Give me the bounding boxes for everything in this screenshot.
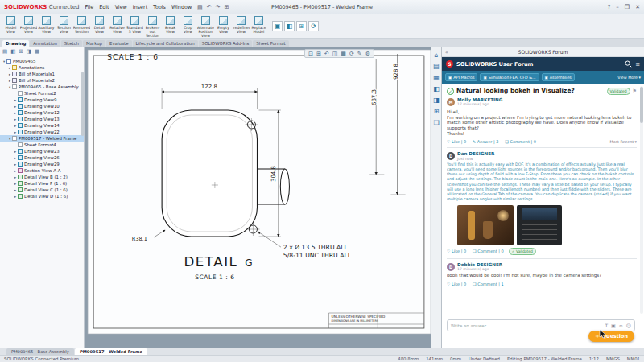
ribbon-extra-icon-3[interactable]: ⊞ bbox=[296, 21, 307, 31]
ribbon-button-broken-out-section[interactable]: Broken-out Section bbox=[144, 15, 161, 37]
tree-item-detail-view-d-1-6[interactable]: ▸Detail View D (1 : 6) bbox=[0, 193, 84, 200]
propertymanager-icon[interactable]: ◧ bbox=[10, 48, 15, 55]
minimize-icon[interactable]: – bbox=[616, 4, 619, 10]
help-icon[interactable]: ? bbox=[608, 4, 611, 10]
restore-icon[interactable]: ❐ bbox=[625, 4, 630, 10]
comment-button[interactable]: ❏ Comment | 1 bbox=[473, 282, 504, 286]
forum-icon[interactable]: ❏ bbox=[433, 119, 439, 126]
menu-view[interactable]: View bbox=[115, 4, 127, 10]
attachment-render-image[interactable] bbox=[457, 205, 514, 245]
dim-height-label[interactable]: 304.8 bbox=[270, 166, 277, 182]
comment-button[interactable]: ❏ Comment | 0 bbox=[505, 139, 536, 144]
tree-item-pm009465-base-assembly[interactable]: ▾PM009465 - Base Assembly bbox=[0, 84, 84, 90]
ribbon-button-section-view[interactable]: Section View bbox=[56, 15, 72, 37]
tree-item-sheet-format4[interactable]: Sheet Format4 bbox=[0, 142, 84, 148]
options-icon[interactable]: ⚙ bbox=[365, 51, 370, 57]
ribbon-button-alternate-position-view[interactable]: Alternate Position View bbox=[197, 15, 214, 37]
forum-nav-assemblies[interactable]: ▣Assemblies bbox=[542, 73, 575, 81]
detail-label[interactable]: DETAIL bbox=[184, 254, 237, 269]
tab-annotation[interactable]: Annotation bbox=[30, 40, 60, 47]
ribbon-button-break-view[interactable]: Break View bbox=[162, 15, 179, 37]
previous-view-icon[interactable]: ↶ bbox=[324, 51, 329, 57]
sheet-tab-pm009465-base-assembly[interactable]: PM009465 - Base Assembly bbox=[6, 348, 74, 355]
forum-nav-simulation-fea-cfd[interactable]: ▣Simulation FEA, CFD &... bbox=[480, 73, 539, 81]
tree-item-pm009517-welded-frame[interactable]: ▾PM009517 - Welded Frame bbox=[0, 135, 84, 142]
undo-icon[interactable]: ↶ bbox=[207, 4, 212, 10]
file-explorer-icon[interactable]: ▦ bbox=[433, 74, 440, 81]
tree-item-drawing-view13[interactable]: ▸Drawing View13 bbox=[0, 116, 84, 122]
answer-button[interactable]: ✎ Answer | 2 bbox=[473, 139, 498, 144]
menu-window[interactable]: Window bbox=[171, 4, 192, 10]
ribbon-extra-icon-2[interactable]: ◧ bbox=[284, 21, 295, 31]
options-icon[interactable]: ⊞ bbox=[224, 4, 229, 10]
appearances-icon[interactable]: ◨ bbox=[433, 97, 440, 104]
menu-edit[interactable]: Edit bbox=[99, 4, 109, 10]
dim-width-label[interactable]: 122.8 bbox=[201, 83, 217, 90]
sheet-tab-pm009517-welded-frame[interactable]: PM009517 - Welded Frame bbox=[75, 348, 147, 355]
save-icon[interactable]: ▤ bbox=[197, 4, 203, 10]
detail-letter[interactable]: G bbox=[245, 257, 252, 269]
image-icon[interactable]: ▣ bbox=[611, 323, 616, 328]
tree-item-drawing-view26[interactable]: ▸Drawing View26 bbox=[0, 154, 84, 161]
dim-mid-label[interactable]: 687.3 bbox=[370, 89, 378, 105]
view-palette-icon[interactable]: ◧ bbox=[433, 85, 440, 93]
emoji-icon[interactable]: ☺ bbox=[626, 323, 631, 328]
forum-nav-api-macros[interactable]: ▣API Macros bbox=[445, 73, 477, 81]
tree-item-drawing-view9[interactable]: ▸Drawing View9 bbox=[0, 97, 84, 103]
forum-scrollbar[interactable] bbox=[640, 86, 643, 314]
tab-solidworks-add-ins[interactable]: SOLIDWORKS Add-Ins bbox=[199, 40, 253, 47]
3dexperience-icon[interactable]: ⌂ bbox=[434, 51, 438, 59]
dim-overall-label[interactable]: 928.8 bbox=[391, 64, 398, 80]
redo-icon[interactable]: ↷ bbox=[216, 4, 221, 10]
configuration-icon[interactable]: ⊞ bbox=[19, 48, 23, 55]
design-library-icon[interactable]: ▤ bbox=[433, 63, 440, 70]
view-more-button[interactable]: View More ▾ bbox=[617, 76, 641, 80]
tree-item-drawing-view14[interactable]: ▸Drawing View14 bbox=[0, 122, 84, 129]
tree-item-drawing-view10[interactable]: ▸Drawing View10 bbox=[0, 103, 84, 109]
tree-item-drawing-view29[interactable]: ▸Drawing View29 bbox=[0, 161, 84, 167]
annotation-icon[interactable]: ✎ bbox=[357, 51, 362, 57]
hole-note-line2[interactable]: 5/8-11 UNC THRU ALL bbox=[283, 252, 352, 259]
tab-sketch[interactable]: Sketch bbox=[61, 40, 82, 47]
ribbon-button-replace-model[interactable]: Replace Model bbox=[250, 15, 267, 37]
like-button[interactable]: ♡ Like | 0 bbox=[447, 139, 466, 144]
close-icon[interactable]: ✕ bbox=[635, 4, 640, 10]
like-button[interactable]: ♡ Like | 0 bbox=[447, 249, 466, 253]
tree-item-drawing-view23[interactable]: ▸Drawing View23 bbox=[0, 148, 84, 154]
ribbon-extra-icon-4[interactable]: ⟳ bbox=[308, 21, 319, 31]
tree-item-sheet-format2[interactable]: Sheet Format2 bbox=[0, 90, 84, 97]
new-question-button[interactable]: + Question bbox=[588, 331, 634, 342]
tab-evaluate[interactable]: Evaluate bbox=[106, 40, 132, 47]
drawing-sheet[interactable]: 122.8 304.8 687.3 928.8 R38.1 SCALE 1 : … bbox=[85, 47, 431, 348]
ribbon-button-predefined-view[interactable]: Predefined View bbox=[233, 15, 250, 37]
ribbon-button-crop-view[interactable]: Crop View bbox=[180, 15, 196, 37]
tree-item-detail-view-c-1-6[interactable]: ▸Detail View C (1 : 6) bbox=[0, 187, 84, 193]
text-format-icon[interactable]: T bbox=[605, 323, 608, 328]
tree-item-pm009465[interactable]: ▾PM009465 bbox=[0, 58, 84, 64]
menu-file[interactable]: File bbox=[85, 4, 94, 10]
question-title[interactable]: Natural looking bokeh in Visualize? bbox=[456, 88, 605, 95]
tube-end-cap[interactable] bbox=[280, 169, 289, 204]
avatar[interactable]: D bbox=[447, 263, 455, 271]
like-button[interactable]: ♡ Like | 0 bbox=[447, 282, 466, 286]
ribbon-button-detail-view[interactable]: Detail View bbox=[91, 15, 108, 37]
graphics-area[interactable]: 122.8 304.8 687.3 928.8 R38.1 SCALE 1 : … bbox=[85, 47, 431, 348]
zoom-fit-icon[interactable]: ⊡ bbox=[308, 51, 313, 57]
tab-lifecycle-and-collaboration[interactable]: Lifecycle and Collaboration bbox=[133, 40, 198, 47]
tab-sheet-format[interactable]: Sheet Format bbox=[253, 40, 288, 47]
attachment-settings-screenshot[interactable] bbox=[517, 205, 562, 245]
link-icon[interactable]: ∞ bbox=[619, 323, 623, 328]
ribbon-button-model-view[interactable]: Model View bbox=[2, 15, 19, 37]
feature-tree-scrollbar[interactable] bbox=[81, 72, 84, 136]
bookmark-icon[interactable]: ⚑ bbox=[633, 88, 637, 93]
avatar[interactable]: D bbox=[447, 152, 455, 160]
tree-item-drawing-view12[interactable]: ▸Drawing View12 bbox=[0, 109, 84, 116]
dimxpert-icon[interactable]: ◨ bbox=[27, 48, 31, 55]
menu-insert[interactable]: Insert bbox=[133, 4, 147, 10]
rotate-view-icon[interactable]: ⟳ bbox=[349, 51, 354, 57]
sort-dropdown[interactable]: Most Recent ▾ bbox=[610, 140, 638, 144]
ribbon-button-auxiliary-view[interactable]: Auxiliary View bbox=[38, 15, 55, 37]
tree-item-bill-of-materials2[interactable]: ▸Bill of Materials2 bbox=[0, 77, 84, 84]
view-settings-icon[interactable]: ▦ bbox=[341, 51, 346, 57]
ribbon-button-empty-view[interactable]: Empty View bbox=[215, 15, 232, 37]
